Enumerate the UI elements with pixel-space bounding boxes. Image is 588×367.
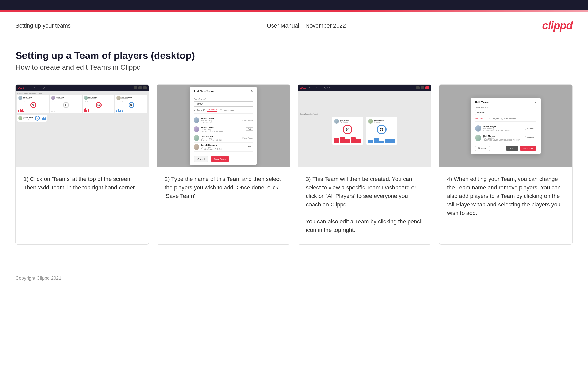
player-name-1: Adrian Player (201, 117, 215, 120)
edit-player-details-2: Blair McHarg Plus Handicap Royal North D… (483, 135, 520, 141)
edit-modal-footer: 🗑 Delete Cancel Save Team (475, 146, 536, 151)
add-team-modal-backdrop: Add New Team × Team Name * My Team (2) A… (157, 85, 290, 167)
screenshot-4: Edit Team × Team Name * My Team (2) All … (439, 85, 572, 167)
player-handicap-4: 1.5 Handicap (201, 146, 222, 148)
player-info-1: Adrian Player Plus Handicap The Shire Lo… (194, 117, 215, 123)
edit-player-club-2: Royal North Devon Golf Club, United King… (483, 139, 520, 141)
edit-player-avatar-2 (475, 135, 481, 141)
player-details-3: Blair McHarg Plus Handicap Royal North D… (201, 135, 224, 141)
edit-team-name-label: Team Name * (475, 106, 536, 109)
edit-player-handicap-2: Plus Handicap (483, 137, 520, 139)
instruction-cards-row: clippd Home Teams My Performance Showing… (15, 84, 573, 245)
top-bar (0, 0, 588, 10)
add-team-modal: Add New Team × Team Name * My Team (2) A… (190, 87, 257, 165)
edit-player-name-2: Blair McHarg (483, 135, 520, 137)
clippd-logo: clippd (542, 20, 573, 32)
page-subtitle: How to create and edit Teams in Clippd (15, 63, 573, 72)
player-details-4: Dave Billingham 1.5 Handicap The Oxg Mag… (201, 144, 222, 150)
edit-cancel-button[interactable]: Cancel (506, 146, 518, 151)
player-avatar-1 (194, 117, 199, 123)
player-item-3: Blair McHarg Plus Handicap Royal North D… (194, 134, 253, 143)
player-handicap-1: Plus Handicap (201, 120, 215, 121)
edit-player-name-1: Adrian Player (483, 125, 511, 128)
header: Setting up your teams User Manual – Nove… (0, 12, 588, 37)
edit-modal-title: Edit Team (475, 101, 489, 104)
edit-team-modal: Edit Team × Team Name * My Team (2) All … (471, 98, 541, 154)
player-club-4: The Oxg Maging Golf Club (201, 148, 222, 150)
tab-my-team[interactable]: My Team (2) (194, 109, 205, 112)
edit-tab-all-players[interactable]: All Players (489, 118, 499, 120)
delete-team-button[interactable]: 🗑 Delete (475, 146, 490, 151)
player-handicap-2: 1.5 Handicap (201, 129, 223, 130)
edit-modal-close-icon[interactable]: × (534, 101, 536, 104)
edit-player-club-1: The Shire London, United Kingdom (483, 129, 511, 131)
card-2-text: 2) Type the name of this Team and then s… (157, 167, 290, 244)
player-details-2: Adrian Colba 1.5 Handicap Central London… (201, 126, 223, 132)
filter-checkbox[interactable] (220, 109, 222, 111)
player-name-2: Adrian Colba (201, 126, 223, 129)
player-status-1: Player Added (242, 119, 253, 121)
card-3-text-content: 3) This Team will then be created. You c… (306, 176, 423, 233)
player-avatar-3 (194, 135, 199, 141)
footer: Copyright Clippd 2021 (0, 270, 588, 286)
modal-close-icon[interactable]: × (251, 89, 253, 93)
header-manual-title: User Manual – November 2022 (267, 22, 346, 29)
screenshot-3: clippd Home Teams My Performance Showing… (298, 85, 431, 167)
player-details-1: Adrian Player Plus Handicap The Shire Lo… (201, 117, 215, 123)
filter-by-name[interactable]: Filter by name (220, 109, 234, 111)
team-name-input[interactable] (194, 101, 253, 107)
player-avatar-2 (194, 126, 199, 132)
player-name-4: Dave Billingham (201, 144, 222, 146)
modal-footer: Cancel Save Team (190, 154, 257, 165)
edit-modal-header: Edit Team × (475, 101, 536, 104)
player-item-1: Adrian Player Plus Handicap The Shire Lo… (194, 116, 253, 125)
copyright-text: Copyright Clippd 2021 (15, 276, 61, 281)
edit-player-item-1: Adrian Player Plus Handicap The Shire Lo… (475, 124, 536, 133)
instruction-card-4: Edit Team × Team Name * My Team (2) All … (439, 84, 573, 245)
player-name-3: Blair McHarg (201, 135, 224, 138)
player-club-1: The Shire London (201, 121, 215, 123)
modal-tabs: My Team (2) All Players Filter by name (194, 109, 253, 114)
edit-player-item-2: Blair McHarg Plus Handicap Royal North D… (475, 133, 536, 143)
edit-filter-checkbox[interactable] (501, 118, 503, 120)
card-1-text: 1) Click on 'Teams' at the top of the sc… (16, 167, 149, 244)
delete-label: Delete (481, 147, 487, 150)
remove-player-1-button[interactable]: Remove (525, 127, 536, 130)
page-content: Setting up a Team of players (desktop) H… (0, 37, 588, 270)
modal-body: Team Name * My Team (2) All Players Filt… (190, 95, 257, 154)
edit-tab-my-team[interactable]: My Team (2) (475, 117, 486, 120)
player-avatar-4 (194, 144, 199, 150)
edit-player-avatar-1 (475, 125, 481, 132)
modal-header: Add New Team × (190, 87, 257, 95)
tab-all-players[interactable]: All Players (207, 109, 217, 112)
add-player-4-button[interactable]: Add (246, 145, 253, 148)
card-4-text: 4) When editing your Team, you can chang… (439, 167, 572, 244)
edit-player-details-1: Adrian Player Plus Handicap The Shire Lo… (483, 125, 511, 131)
screenshot-2: Add New Team × Team Name * My Team (2) A… (157, 85, 290, 167)
trash-icon: 🗑 (478, 147, 480, 150)
player-info-3: Blair McHarg Plus Handicap Royal North D… (194, 135, 224, 141)
remove-player-2-button[interactable]: Remove (525, 136, 536, 139)
header-section-label: Setting up your teams (15, 22, 71, 29)
player-info-4: Dave Billingham 1.5 Handicap The Oxg Mag… (194, 144, 222, 150)
edit-filter-by-name[interactable]: Filter by name (501, 118, 516, 120)
player-item-4: Dave Billingham 1.5 Handicap The Oxg Mag… (194, 143, 253, 152)
screenshot-1: clippd Home Teams My Performance Showing… (16, 85, 149, 167)
card-3-text: 3) This Team will then be created. You c… (298, 167, 431, 244)
player-club-3: Royal North Devon Golf Club (201, 139, 224, 141)
team-name-label: Team Name * (194, 98, 253, 100)
instruction-card-2: Add New Team × Team Name * My Team (2) A… (157, 84, 290, 245)
save-team-button[interactable]: Save Team (211, 156, 229, 162)
cancel-button[interactable]: Cancel (194, 156, 208, 162)
player-club-2: Central London Golf Centre (201, 130, 223, 132)
edit-save-team-button[interactable]: Save Team (520, 146, 536, 151)
player-list: Adrian Player Plus Handicap The Shire Lo… (194, 116, 253, 151)
add-player-2-button[interactable]: Add (246, 127, 253, 131)
instruction-card-3: clippd Home Teams My Performance Showing… (298, 84, 431, 245)
edit-team-name-input[interactable] (475, 110, 536, 115)
page-title: Setting up a Team of players (desktop) (15, 50, 573, 61)
player-handicap-3: Plus Handicap (201, 137, 224, 139)
modal-title: Add New Team (194, 90, 214, 93)
edit-modal-tabs: My Team (2) All Players Filter by name (475, 117, 536, 122)
player-item-2: Adrian Colba 1.5 Handicap Central London… (194, 125, 253, 134)
